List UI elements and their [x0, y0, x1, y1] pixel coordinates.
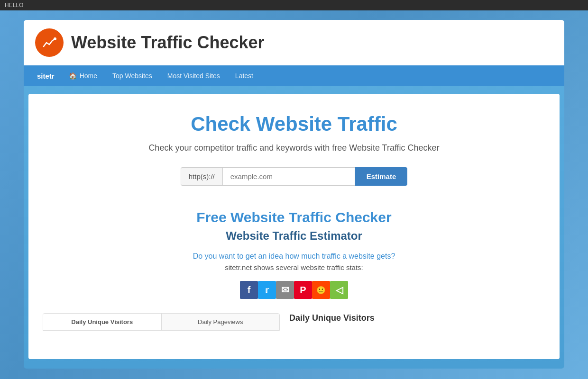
nav-item-latest-label: Latest — [235, 72, 253, 80]
nav-item-latest[interactable]: Latest — [228, 65, 261, 86]
nav-item-top-websites-label: Top Websites — [112, 72, 152, 80]
nav-brand[interactable]: sitetr — [30, 65, 61, 86]
email-icon[interactable]: ✉ — [276, 281, 294, 299]
section-question: Do you want to get an idea how much traf… — [43, 252, 545, 261]
main-heading: Check Website Traffic — [43, 113, 545, 135]
top-bar: HELLO — [0, 0, 588, 10]
main-content: Check Website Traffic Check your competi… — [28, 94, 560, 359]
stats-tabs-col: Daily Unique Visitors Daily Pageviews — [43, 313, 280, 331]
nav-item-top-websites[interactable]: Top Websites — [105, 65, 160, 86]
section-desc: sitetr.net shows several website traffic… — [43, 263, 545, 271]
svg-point-1 — [54, 37, 56, 40]
reddit-icon[interactable]: 🙂 — [312, 281, 330, 299]
tab-daily-pageviews[interactable]: Daily Pageviews — [162, 314, 280, 330]
search-prefix: http(s):// — [181, 167, 222, 186]
nav-item-most-visited[interactable]: Most Visited Sites — [160, 65, 228, 86]
stats-tabs: Daily Unique Visitors Daily Pageviews — [43, 313, 280, 331]
nav-item-most-visited-label: Most Visited Sites — [167, 72, 220, 80]
stats-right-col: Daily Unique Visitors — [289, 313, 545, 331]
social-icons: f 𝕣 ✉ P 🙂 ◁ — [43, 281, 545, 299]
site-logo — [35, 28, 64, 57]
navbar: sitetr 🏠 Home Top Websites Most Visited … — [24, 65, 564, 86]
top-bar-label: HELLO — [5, 2, 23, 9]
stats-right-title: Daily Unique Visitors — [289, 313, 545, 323]
nav-item-home-label: Home — [80, 72, 97, 80]
share-icon[interactable]: ◁ — [330, 281, 348, 299]
pinterest-icon[interactable]: P — [294, 281, 312, 299]
home-icon: 🏠 — [69, 72, 77, 80]
site-header: Website Traffic Checker — [24, 20, 564, 65]
facebook-icon[interactable]: f — [240, 281, 258, 299]
stats-section: Daily Unique Visitors Daily Pageviews Da… — [43, 313, 545, 331]
twitter-icon[interactable]: 𝕣 — [258, 281, 276, 299]
search-bar: http(s):// Estimate — [43, 167, 545, 186]
outer-card: Website Traffic Checker sitetr 🏠 Home To… — [24, 20, 564, 369]
section2-title: Website Traffic Estimator — [43, 229, 545, 243]
main-subheading: Check your competitor traffic and keywor… — [43, 143, 545, 153]
site-title: Website Traffic Checker — [71, 33, 265, 53]
nav-item-home[interactable]: 🏠 Home — [61, 65, 105, 86]
tab-daily-unique[interactable]: Daily Unique Visitors — [43, 314, 162, 330]
section1-title: Free Website Traffic Checker — [43, 209, 545, 226]
search-input[interactable] — [222, 167, 355, 186]
estimate-button[interactable]: Estimate — [355, 167, 408, 186]
svg-point-0 — [41, 34, 58, 51]
